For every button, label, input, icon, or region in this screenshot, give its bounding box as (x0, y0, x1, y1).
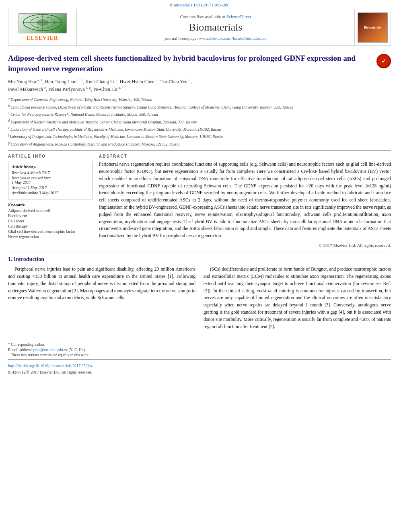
footer-notes: * Corresponding author. E-mail address: … (8, 340, 391, 374)
affiliation-a: a Department of Chemical Engineering, Na… (8, 96, 391, 103)
header-right: Biomaterials (354, 9, 391, 45)
article-info-heading: Article Info (8, 154, 93, 158)
doi-link[interactable]: http://dx.doi.org/10.1016/j.biomaterials… (8, 364, 93, 368)
elsevier-logo: ELSEVIER (19, 13, 67, 41)
journal-title: Biomaterials (189, 21, 243, 33)
header-center: Contents lists available at ScienceDirec… (77, 9, 354, 45)
keywords-heading: Keywords: (8, 203, 93, 207)
keyword-1: Adipose-derived stem cell (8, 208, 93, 213)
elsevier-logo-img (19, 13, 67, 33)
article-body-two-col: Article Info Article history: Received 4… (8, 154, 391, 248)
affiliation-g: g Laboratory of Angiogenesis, Russian Ca… (8, 141, 391, 147)
introduction-title: 1. Introduction (8, 256, 391, 263)
available-date: Available online 3 May 2017 (12, 191, 89, 195)
right-col: Abstract Peripheral nerve regeneration r… (99, 154, 391, 248)
keyword-5: Glial cell line-derived neurotrophic fac… (8, 229, 93, 234)
keyword-3: Cell sheet (8, 219, 93, 223)
affiliation-c: c Center for Neuropsychiatric Research, … (8, 111, 391, 117)
footer-divider (8, 359, 391, 360)
page-wrapper: Biomaterials 140 (2017) 189–200 ELSEVIER (0, 0, 399, 374)
keyword-4: Cell therapy (8, 224, 93, 228)
article-main-title: Adipose-derived stem cell sheets functio… (8, 53, 391, 74)
keyword-6: Nerve regeneration (8, 234, 93, 239)
contents-line: Contents lists available at ScienceDirec… (180, 14, 251, 19)
divider-2 (8, 251, 391, 251)
corresponding-note: * Corresponding author. (8, 343, 391, 347)
homepage-line: journal homepage: www.elsevier.com/locat… (165, 36, 267, 41)
header-section: ELSEVIER Contents lists available at Sci… (8, 9, 391, 46)
journal-ref-bar: Biomaterials 140 (2017) 189–200 (0, 0, 399, 9)
elsevier-label: ELSEVIER (27, 35, 58, 41)
crossmark-icon: ✓ (376, 54, 391, 68)
intro-right-col: (SCs) dedifferentiate and proliferate to… (204, 266, 391, 333)
copyright-line: © 2017 Elsevier Ltd. All rights reserved… (99, 243, 391, 248)
article-info-box: Article history: Received 4 March 2017 R… (8, 161, 93, 199)
homepage-link[interactable]: www.elsevier.com/locate/biomaterials (199, 36, 267, 41)
revised-date: Received in revised form1 May 2017 (12, 176, 89, 185)
svg-text:✓: ✓ (381, 58, 386, 64)
introduction-section: 1. Introduction Peripheral nerve injurie… (8, 256, 391, 333)
article-history-heading: Article history: (12, 164, 89, 169)
affiliation-f: f Laboratory of Postgenomic Technologies… (8, 133, 391, 140)
email-note: E-mail address: ychu@mx.nthu.edu.tw (Y.-… (8, 348, 391, 352)
abstract-heading: Abstract (99, 154, 391, 158)
email-link[interactable]: ychu@mx.nthu.edu.tw (33, 348, 68, 352)
biomaterials-thumbnail: Biomaterials (358, 12, 388, 43)
footnote-1: 1 These two authors contributed equally … (8, 353, 391, 357)
affiliation-d: d Department of Nuclear Medicine and Mol… (8, 119, 391, 125)
keywords-section: Keywords: Adipose-derived stem cell Bacu… (8, 203, 93, 239)
affiliation-e: e Laboratory of Gene and Cell Therapy, I… (8, 126, 391, 132)
intro-right-text: (SCs) dedifferentiate and proliferate to… (204, 266, 391, 330)
received-date: Received 4 March 2017 (12, 170, 89, 175)
header-left: ELSEVIER (8, 9, 77, 45)
crossmark: ✓ (376, 54, 391, 68)
article-title-section: ✓ Adipose-derived stem cell sheets funct… (8, 53, 391, 147)
journal-ref-text: Biomaterials 140 (2017) 189–200 (170, 2, 230, 7)
issn-line: 0142-9612/© 2017 Elsevier Ltd. All right… (8, 370, 391, 374)
intro-two-col: Peripheral nerve injuries lead to pain a… (8, 266, 391, 333)
thumb-text: Biomaterials (364, 26, 382, 29)
authors-line: Mu-Nung Hsu a, 1, Han-Tsung Liao b, 1, K… (8, 78, 391, 93)
abstract-text: Peripheral nerve regeneration requires c… (99, 161, 391, 240)
accepted-date: Accepted 1 May 2017 (12, 185, 89, 190)
intro-left-col: Peripheral nerve injuries lead to pain a… (8, 266, 195, 333)
sciencedirect-link[interactable]: ScienceDirect (226, 14, 251, 19)
intro-left-text: Peripheral nerve injuries lead to pain a… (8, 266, 195, 302)
keyword-2: Baculovirus (8, 214, 93, 218)
affiliations: a Department of Chemical Engineering, Na… (8, 96, 391, 147)
left-col: Article Info Article history: Received 4… (8, 154, 93, 248)
divider-1 (8, 150, 391, 151)
affiliation-b: b Craniofacial Research Center, Departme… (8, 104, 391, 110)
